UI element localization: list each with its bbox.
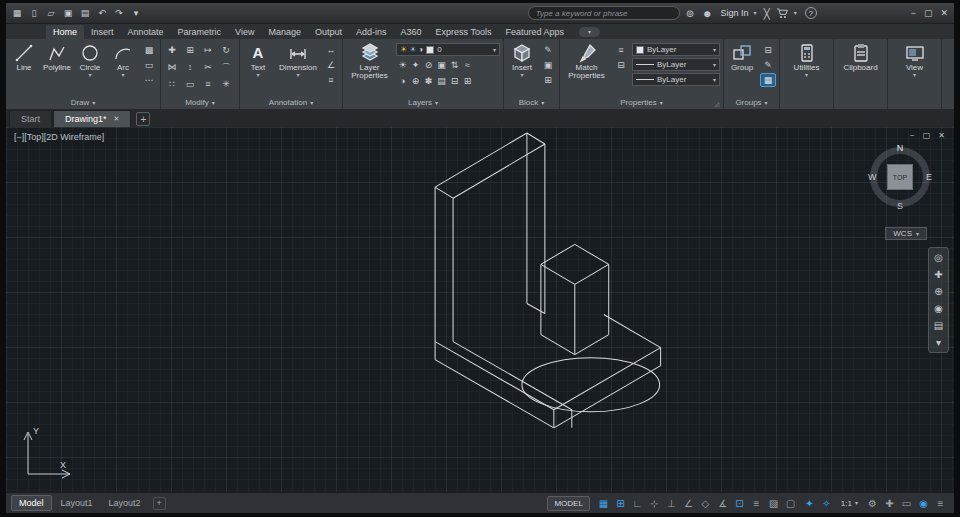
stretch-icon[interactable]: ↦ — [200, 43, 216, 57]
wcs-menu[interactable]: WCS▾ — [885, 227, 927, 240]
create-block-icon[interactable]: ▣ — [540, 58, 556, 72]
exchange-apps-icon[interactable]: ╳ — [764, 8, 770, 19]
angular-dimension-icon[interactable]: ∠ — [323, 58, 339, 72]
search-input[interactable] — [536, 9, 672, 18]
view-cube-east[interactable]: E — [926, 172, 932, 182]
layout1-tab[interactable]: Layout1 — [54, 496, 100, 510]
circle-tool-button[interactable]: Circle ▾ — [75, 41, 105, 78]
view-cube-north[interactable]: N — [897, 143, 904, 153]
leader-icon[interactable]: ↔ — [323, 43, 339, 57]
viewport-controls[interactable]: [−][Top][2D Wireframe] — [14, 132, 104, 142]
layer-properties-button[interactable]: Layer Properties — [346, 41, 393, 80]
layer-prev-icon[interactable]: ≈ — [461, 58, 474, 72]
navigation-wheel-icon[interactable]: ◎ — [934, 251, 943, 264]
annotation-monitor-icon[interactable]: ✚ — [881, 496, 898, 511]
chevron-down-icon[interactable]: ▾ — [296, 72, 299, 78]
new-drawing-tab-button[interactable]: + — [136, 112, 150, 126]
trim-icon[interactable]: ✂ — [200, 60, 216, 74]
chevron-down-icon[interactable]: ▾ — [493, 47, 496, 53]
open-file-icon[interactable]: ▱ — [44, 6, 58, 20]
linetype-select[interactable]: ByLayer ▾ — [632, 73, 720, 86]
chevron-down-icon[interactable]: ▾ — [520, 72, 523, 78]
view-cube-south[interactable]: S — [897, 201, 903, 211]
search-box[interactable] — [528, 6, 680, 20]
chevron-down-icon[interactable]: ▾ — [805, 72, 808, 78]
viewport-close-icon[interactable]: ✕ — [938, 131, 945, 140]
object-color-select[interactable]: ByLayer ▾ — [632, 43, 720, 56]
group-button[interactable]: Group — [727, 41, 757, 72]
grid-display-icon[interactable]: ▦ — [595, 496, 612, 511]
chevron-down-icon[interactable]: ▾ — [256, 72, 259, 78]
orbit-icon[interactable]: ◉ — [934, 302, 943, 315]
polyline-tool-button[interactable]: Polyline — [42, 41, 72, 72]
explode-icon[interactable]: ✳ — [218, 77, 234, 91]
dynamic-input-icon[interactable]: ⊹ — [646, 496, 663, 511]
tab-insert[interactable]: Insert — [84, 25, 121, 39]
object-snap-icon[interactable]: ⊡ — [731, 496, 748, 511]
file-tab-start[interactable]: Start — [9, 110, 52, 127]
block-attributes-icon[interactable]: ⊞ — [540, 73, 556, 87]
layer-match-icon[interactable]: ⇅ — [448, 58, 461, 72]
layer-merge-icon[interactable]: ⊕ — [409, 74, 422, 88]
layer-make-current-icon[interactable]: ▣ — [435, 58, 448, 72]
user-icon[interactable]: ☻ — [702, 8, 713, 19]
chevron-down-icon[interactable]: ▾ — [713, 47, 716, 53]
tab-parametric[interactable]: Parametric — [171, 25, 229, 39]
draw-panel-title[interactable]: Draw▾ — [9, 96, 157, 109]
layer-delete-icon[interactable]: ⊟ — [448, 74, 461, 88]
group-edit-icon[interactable]: ✎ — [760, 58, 776, 72]
hardware-acceleration-icon[interactable]: ◉ — [915, 496, 932, 511]
utilities-button[interactable]: Utilities ▾ — [783, 41, 830, 78]
view-cube-top-face[interactable]: TOP — [887, 164, 913, 190]
offset-icon[interactable]: ≡ — [200, 77, 216, 91]
layer-select[interactable]: ☀☀◑ 0 ▾ — [396, 43, 500, 56]
tab-annotate[interactable]: Annotate — [121, 25, 171, 39]
group-selection-icon[interactable]: ▦ — [760, 73, 776, 87]
tab-a360[interactable]: A360 — [394, 25, 429, 39]
redo-icon[interactable]: ↷ — [112, 6, 126, 20]
customization-icon[interactable]: ≡ — [932, 496, 949, 511]
app-menu-icon[interactable]: ▦ — [10, 6, 24, 20]
transparency-icon[interactable]: ▨ — [765, 496, 782, 511]
sign-in-caret-icon[interactable]: ▾ — [754, 10, 757, 16]
more-draw-icon[interactable]: ⋯ — [141, 73, 157, 87]
layer-state-icon[interactable]: ▤ — [435, 74, 448, 88]
tab-express-tools[interactable]: Express Tools — [429, 25, 499, 39]
properties-panel-title[interactable]: Properties▾◿ — [563, 96, 720, 109]
add-layout-button[interactable]: + — [153, 497, 166, 510]
new-file-icon[interactable]: ▯ — [27, 6, 41, 20]
zoom-icon[interactable]: ⊕ — [934, 285, 942, 298]
annotation-visibility-icon[interactable]: ✦ — [801, 496, 818, 511]
hatch-icon[interactable]: ▩ — [141, 43, 157, 57]
minimize-button[interactable]: − — [911, 8, 916, 18]
workspace-switching-icon[interactable]: ⚙ — [864, 496, 881, 511]
table-icon[interactable]: ≡ — [323, 73, 339, 87]
close-icon[interactable]: ✕ — [114, 115, 120, 123]
line-tool-button[interactable]: Line — [9, 41, 39, 72]
infer-constraints-icon[interactable]: ∟ — [629, 496, 646, 511]
match-properties-button[interactable]: Match Properties — [563, 41, 610, 80]
layer-off-icon[interactable]: ☀ — [396, 58, 409, 72]
undo-icon[interactable]: ↶ — [95, 6, 109, 20]
tab-view[interactable]: View — [228, 25, 261, 39]
sign-in-button[interactable]: Sign In — [721, 8, 749, 18]
wireframe-drawing[interactable] — [6, 127, 954, 492]
layer-freeze-icon[interactable]: ☀ — [409, 45, 416, 54]
erase-icon[interactable]: ▭ — [182, 77, 198, 91]
search-icon[interactable]: ⊚ — [686, 8, 694, 19]
pan-icon[interactable]: ✚ — [934, 268, 942, 281]
selection-cycling-icon[interactable]: ▢ — [782, 496, 799, 511]
clean-screen-icon[interactable]: ▭ — [898, 496, 915, 511]
model-space-button[interactable]: MODEL — [547, 496, 589, 511]
layer-on-icon[interactable]: ☀ — [400, 45, 407, 54]
properties-palette-icon[interactable]: ⊟ — [613, 58, 629, 72]
edit-block-icon[interactable]: ✎ — [540, 43, 556, 57]
groups-panel-title[interactable]: Groups▾ — [727, 96, 776, 109]
save-icon[interactable]: ▣ — [61, 6, 75, 20]
insert-block-button[interactable]: Insert ▾ — [507, 41, 537, 78]
clipboard-button[interactable]: Clipboard — [837, 41, 884, 72]
copy-icon[interactable]: ⊞ — [182, 43, 198, 57]
layers-panel-title[interactable]: Layers▾ — [346, 96, 500, 109]
view-cube-west[interactable]: W — [868, 172, 877, 182]
tab-output[interactable]: Output — [308, 25, 349, 39]
